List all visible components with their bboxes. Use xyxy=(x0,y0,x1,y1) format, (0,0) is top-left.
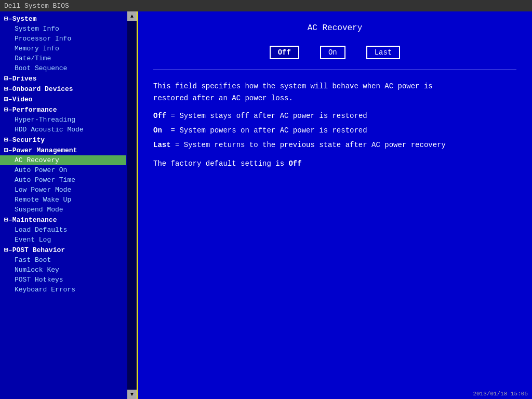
main-content: AC Recovery Off On Last This field speci… xyxy=(138,11,532,399)
sidebar-item-drives[interactable]: ⊞–Drives xyxy=(0,73,126,84)
sidebar-item-hdd-acoustic[interactable]: HDD Acoustic Mode xyxy=(0,125,126,135)
sidebar-item-power-management[interactable]: ⊟–Power Management xyxy=(0,145,126,155)
sidebar-item-hyper-threading[interactable]: Hyper-Threading xyxy=(0,115,126,125)
sidebar-item-system[interactable]: ⊟–System xyxy=(0,14,126,24)
sidebar-item-suspend-mode[interactable]: Suspend Mode xyxy=(0,205,126,215)
screen: Dell System BIOS ▲ ▼ ⊟–System System Inf… xyxy=(0,0,532,399)
option-last-button[interactable]: Last xyxy=(366,46,401,59)
sidebar-item-system-info[interactable]: System Info xyxy=(0,24,126,34)
sidebar-item-auto-power-time[interactable]: Auto Power Time xyxy=(0,175,126,185)
timestamp: 2013/01/18 15:05 xyxy=(473,391,528,397)
def-last: Last = System returns to the previous st… xyxy=(153,139,516,152)
sidebar-item-post-behavior[interactable]: ⊞–POST Behavior xyxy=(0,245,126,255)
definitions-list: Off = System stays off after AC power is… xyxy=(153,110,516,151)
options-row: Off On Last xyxy=(153,46,516,59)
scroll-down-button[interactable]: ▼ xyxy=(127,390,137,399)
divider xyxy=(153,70,516,70)
sidebar-item-date-time[interactable]: Date/Time xyxy=(0,54,126,63)
sidebar-item-load-defaults[interactable]: Load Defaults xyxy=(0,225,126,235)
sidebar-item-numlock-key[interactable]: Numlock Key xyxy=(0,265,126,275)
sidebar-item-ac-recovery[interactable]: AC Recovery xyxy=(0,155,126,165)
option-off-button[interactable]: Off xyxy=(270,46,299,59)
factory-default: The factory default setting is Off xyxy=(153,158,516,170)
bios-container: ▲ ▼ ⊟–System System Info Processor Info … xyxy=(0,11,532,399)
description-intro: This field specifies how the system will… xyxy=(153,81,516,105)
scroll-up-button[interactable]: ▲ xyxy=(127,11,137,21)
sidebar-item-auto-power-on[interactable]: Auto Power On xyxy=(0,165,126,175)
sidebar-item-video[interactable]: ⊞–Video xyxy=(0,94,126,104)
sidebar-item-boot-sequence[interactable]: Boot Sequence xyxy=(0,63,126,73)
sidebar-item-fast-boot[interactable]: Fast Boot xyxy=(0,255,126,265)
sidebar-item-performance[interactable]: ⊟–Performance xyxy=(0,104,126,115)
sidebar-item-post-hotkeys[interactable]: POST Hotkeys xyxy=(0,275,126,285)
sidebar-item-processor-info[interactable]: Processor Info xyxy=(0,34,126,44)
sidebar-item-security[interactable]: ⊞–Security xyxy=(0,135,126,145)
sidebar-item-remote-wake-up[interactable]: Remote Wake Up xyxy=(0,195,126,205)
sidebar-item-maintenance[interactable]: ⊟–Maintenance xyxy=(0,215,126,225)
def-on: On = System powers on after AC power is … xyxy=(153,125,516,137)
sidebar: ▲ ▼ ⊟–System System Info Processor Info … xyxy=(0,11,138,399)
sidebar-item-onboard-devices[interactable]: ⊞–Onboard Devices xyxy=(0,84,126,94)
def-off: Off = System stays off after AC power is… xyxy=(153,110,516,123)
scrollbar[interactable] xyxy=(127,21,137,390)
sidebar-item-memory-info[interactable]: Memory Info xyxy=(0,44,126,54)
sidebar-content: ⊟–System System Info Processor Info Memo… xyxy=(0,14,137,295)
title-bar-text: Dell System BIOS xyxy=(4,2,69,10)
option-on-button[interactable]: On xyxy=(320,46,345,59)
page-title: AC Recovery xyxy=(153,22,516,35)
sidebar-item-keyboard-errors[interactable]: Keyboard Errors xyxy=(0,285,126,295)
sidebar-item-low-power-mode[interactable]: Low Power Mode xyxy=(0,185,126,195)
title-bar: Dell System BIOS xyxy=(0,0,532,11)
description: This field specifies how the system will… xyxy=(153,81,516,170)
sidebar-item-event-log[interactable]: Event Log xyxy=(0,235,126,245)
